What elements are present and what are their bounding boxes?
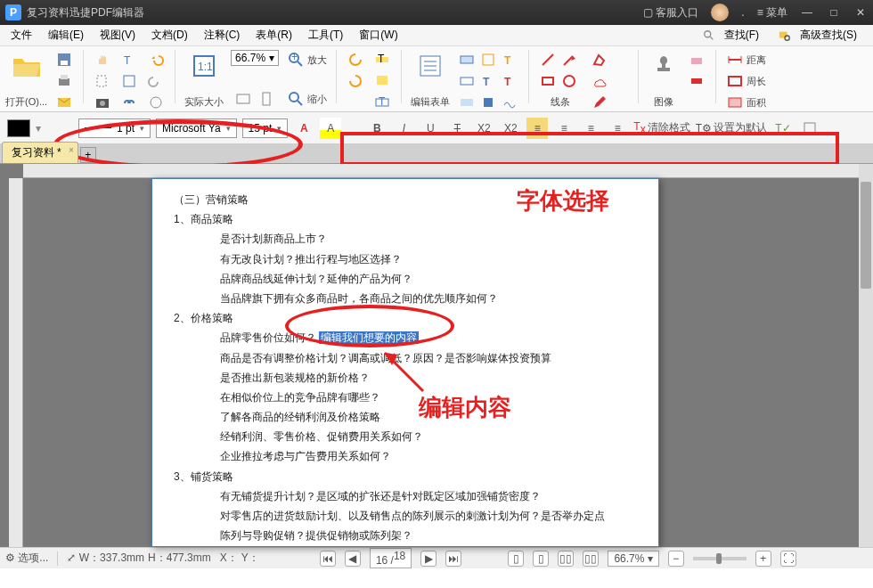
menu-file[interactable]: 文件 (4, 26, 39, 45)
hand-icon[interactable] (93, 50, 112, 69)
zoom-in-button[interactable]: + (755, 551, 771, 567)
redo-icon[interactable] (146, 71, 166, 91)
open-label: 打开(O)... (5, 95, 47, 109)
menu-tools[interactable]: 工具(T) (301, 26, 350, 45)
selected-text[interactable]: 编辑我们想要的内容 (319, 331, 419, 344)
rotate-left-icon[interactable] (346, 50, 365, 69)
advanced-find-button[interactable]: 高级查找(S) (773, 24, 869, 46)
form-text-icon[interactable] (457, 50, 477, 69)
add-tab-button[interactable]: + (80, 147, 96, 163)
strike-button[interactable]: T (446, 118, 468, 139)
vertical-scrollbar[interactable] (859, 164, 873, 547)
rotate-right-icon[interactable] (346, 71, 365, 91)
area-icon[interactable] (725, 93, 745, 112)
distance-icon[interactable] (725, 50, 745, 69)
stamp-icon[interactable] (648, 50, 680, 82)
select-icon[interactable] (93, 71, 112, 91)
link-icon[interactable] (119, 93, 139, 112)
svg-point-11 (100, 101, 105, 106)
perimeter-icon[interactable] (725, 71, 745, 91)
close-button[interactable]: ✕ (853, 6, 868, 19)
fit-width-icon[interactable] (233, 89, 253, 109)
edit-form-label: 编辑表单 (411, 95, 450, 109)
text-check-button[interactable]: T✓ (772, 118, 794, 139)
menu-document[interactable]: 文档(D) (144, 26, 195, 45)
redact-icon[interactable] (687, 71, 706, 91)
poly-icon[interactable] (590, 50, 609, 69)
support-link[interactable]: ▢ 客服入口 (643, 5, 698, 20)
line-icon[interactable] (538, 50, 558, 69)
options-button[interactable]: ⚙ 选项... (5, 551, 48, 566)
edit-object-icon[interactable] (119, 71, 139, 91)
clear-format-button[interactable]: Tx清除格式 (633, 118, 689, 139)
form-radio-icon[interactable] (457, 71, 477, 91)
actual-size-icon[interactable]: 1:1 (188, 50, 220, 82)
underline-button[interactable]: U (420, 118, 441, 139)
align-right-button[interactable]: ≡ (580, 118, 601, 139)
find-button[interactable]: 查找(F) (698, 24, 771, 46)
undo-icon[interactable] (146, 50, 166, 69)
pencil-icon[interactable] (590, 93, 609, 112)
zoom-combo[interactable]: 66.7%▾ (231, 50, 279, 66)
menu-view[interactable]: 视图(V) (93, 26, 143, 45)
rect-icon[interactable] (538, 71, 558, 91)
fullscreen-button[interactable]: ⛶ (780, 551, 796, 567)
svg-rect-46 (691, 58, 702, 64)
zoom-slider[interactable] (693, 557, 747, 560)
stroke-width-combo[interactable]: 1 pt▾ (78, 118, 151, 138)
tool3-icon[interactable] (146, 93, 166, 112)
font-color-icon[interactable]: A (293, 118, 314, 139)
edit-text-icon[interactable]: T (119, 50, 139, 69)
save-icon[interactable] (54, 50, 74, 69)
menu-edit[interactable]: 编辑(E) (41, 26, 91, 45)
subscript-button[interactable]: X2 (473, 118, 494, 139)
user-avatar[interactable] (711, 4, 729, 21)
main-menu-button[interactable]: ≡ 菜单 (757, 5, 787, 20)
textbox-icon[interactable]: T (372, 93, 392, 112)
font-size-combo[interactable]: 15 pt▾ (242, 118, 289, 138)
form-check-icon[interactable] (478, 50, 498, 69)
pdf-page[interactable]: （三）营销策略 1、商品策略 是否计划新商品上市？ 有无改良计划？推出行程与地区… (151, 178, 659, 547)
align-left-button[interactable]: ≡ (526, 118, 548, 139)
edit-form-icon[interactable] (414, 50, 446, 82)
print-icon[interactable] (54, 71, 74, 91)
set-default-button[interactable]: T⚙设置为默认 (696, 118, 767, 139)
tab-close-icon[interactable]: × (69, 145, 74, 155)
snapshot-icon[interactable] (93, 93, 112, 112)
align-center-button[interactable]: ≡ (553, 118, 575, 139)
highlight-color-icon[interactable]: A (320, 118, 341, 139)
zoom-out-icon[interactable] (286, 89, 306, 109)
fit-page-icon[interactable] (257, 89, 276, 109)
cloud-icon[interactable] (590, 71, 609, 91)
fill-color-swatch[interactable] (7, 119, 30, 137)
form-text2-icon[interactable]: T (478, 71, 498, 91)
highlight-icon[interactable]: T (372, 50, 392, 69)
menu-comment[interactable]: 注释(C) (197, 26, 248, 45)
properties-button[interactable] (799, 118, 820, 139)
arrow-icon[interactable] (559, 50, 579, 69)
svg-rect-6 (59, 78, 69, 86)
menu-window[interactable]: 窗口(W) (352, 26, 404, 45)
minimize-button[interactable]: ― (800, 6, 814, 19)
zoom-in-icon[interactable]: + (286, 50, 306, 69)
maximize-button[interactable]: □ (827, 6, 841, 19)
font-family-combo[interactable]: Microsoft Ya▾ (156, 118, 237, 138)
form-blue2-icon[interactable] (457, 93, 477, 112)
bold-button[interactable]: B (366, 118, 388, 139)
open-icon[interactable] (11, 50, 43, 82)
mail-icon[interactable] (54, 93, 74, 112)
align-justify-button[interactable]: ≡ (607, 118, 628, 139)
italic-button[interactable]: I (393, 118, 414, 139)
superscript-button[interactable]: X2 (500, 118, 521, 139)
form-sig-icon[interactable] (500, 93, 519, 112)
form-square-icon[interactable] (478, 93, 498, 112)
tab-document[interactable]: 复习资料 *× (2, 142, 78, 163)
form-red-icon[interactable]: T (500, 71, 519, 91)
svg-rect-40 (484, 98, 493, 107)
menu-form[interactable]: 表单(R) (249, 26, 299, 45)
note-icon[interactable] (372, 71, 392, 91)
eraser2-icon[interactable] (687, 50, 706, 69)
form-yellow-icon[interactable]: T (500, 50, 519, 69)
circle-icon[interactable] (559, 71, 579, 91)
zoom-out-button[interactable]: − (668, 551, 684, 567)
